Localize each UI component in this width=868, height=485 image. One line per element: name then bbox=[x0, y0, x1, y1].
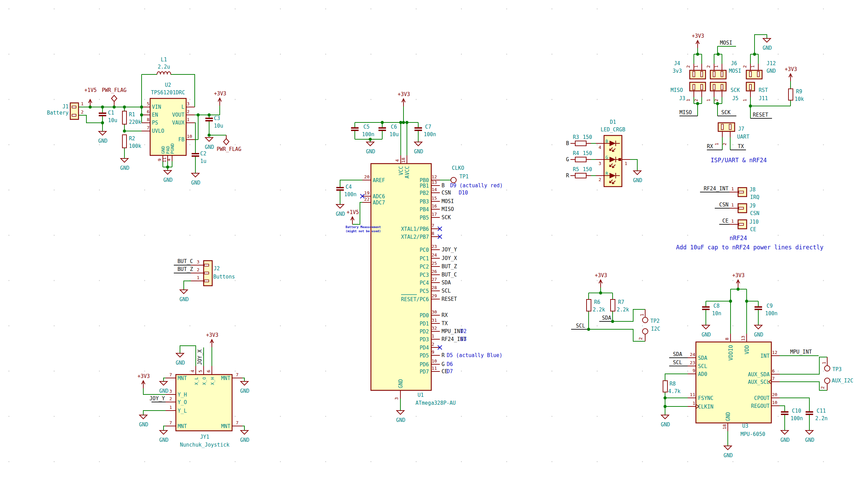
gnd-label: GND bbox=[139, 422, 148, 428]
rotated-label: 8 bbox=[724, 338, 730, 340]
power-net-label: +3V3 bbox=[732, 272, 745, 279]
l1-value: 2.2u bbox=[158, 64, 170, 70]
gnd-label: GND bbox=[366, 149, 375, 155]
rotated-label: 1 bbox=[706, 99, 711, 102]
j3-value: MISO bbox=[671, 87, 683, 93]
pin-number: 7 bbox=[772, 376, 775, 381]
pin-number: 1 bbox=[731, 218, 734, 224]
pin-number: 10 bbox=[772, 400, 777, 405]
pin-number: 16 bbox=[432, 203, 437, 209]
pin-name: AD0 bbox=[698, 371, 707, 377]
net-label: MOSI bbox=[442, 198, 454, 204]
pin-number: 2 bbox=[432, 342, 434, 347]
pin-name: PB5 bbox=[420, 215, 429, 221]
pin-name: PC2 bbox=[420, 264, 429, 270]
jy1-mnt-name-bl: MNT bbox=[178, 423, 187, 429]
pin-number: 9 bbox=[692, 368, 695, 373]
gnd-label: GND bbox=[633, 177, 642, 184]
tp2-value: I2C bbox=[651, 326, 660, 332]
battery-note-1: Battery Measurement bbox=[346, 225, 381, 229]
r9-ref: R9 bbox=[796, 88, 802, 95]
note-label: D5 (actually Blue) bbox=[447, 352, 503, 358]
connector-value: IRQ bbox=[750, 194, 759, 200]
junction-dot bbox=[696, 53, 699, 56]
junction-dot bbox=[749, 105, 752, 108]
pin-name: CPOUT bbox=[754, 395, 770, 401]
rotated-label: 2 bbox=[694, 99, 699, 102]
j4-body bbox=[690, 70, 706, 79]
pin-number: 20 bbox=[364, 174, 370, 179]
tp2-ref: TP2 bbox=[650, 318, 660, 324]
c2-ref: C2 bbox=[200, 151, 206, 157]
net-label: BUT_C bbox=[442, 272, 457, 278]
net-label: G bbox=[442, 361, 445, 367]
u2-vaux-num: 1 bbox=[187, 117, 190, 122]
pin-number: 14 bbox=[432, 187, 437, 192]
led-channel-letter: B bbox=[605, 139, 608, 144]
net-label: RX bbox=[442, 312, 448, 318]
c3-value: 10u bbox=[214, 123, 223, 129]
gnd-label: GND bbox=[120, 165, 129, 171]
c6-ref: C6 bbox=[391, 124, 397, 130]
junction-dot bbox=[406, 121, 409, 124]
rotated-label: GND bbox=[398, 379, 404, 388]
rotated-label: 2 bbox=[714, 99, 719, 102]
j7-value: UART bbox=[737, 134, 749, 140]
r7-ref: R7 bbox=[618, 299, 624, 305]
jy1-mnt-name-br: MNT bbox=[221, 423, 230, 429]
j5-ref: J5 bbox=[732, 95, 738, 102]
u2-vaux-name: VAUX bbox=[172, 120, 184, 126]
rotated-label: PGND bbox=[170, 143, 175, 154]
note-label: D7 bbox=[447, 368, 453, 375]
pin-name: ADC7 bbox=[373, 200, 385, 206]
pwr-flag-label-2: PWR_FLAG bbox=[217, 146, 241, 152]
pin-name: INT bbox=[760, 353, 770, 359]
jy1-yo-name: Y_O bbox=[178, 399, 187, 405]
junction-dot bbox=[611, 320, 614, 323]
net-label: R bbox=[442, 352, 445, 358]
rotated-label: 18 bbox=[722, 424, 727, 429]
gnd-label: GND bbox=[163, 177, 172, 183]
note-label: D6 bbox=[447, 361, 453, 367]
pin-number: 10 bbox=[432, 358, 437, 364]
c1-value: 10u bbox=[108, 117, 117, 123]
u2-ref: U2 bbox=[165, 82, 171, 88]
rotated-label: 1 bbox=[686, 99, 691, 102]
j1-body bbox=[70, 103, 79, 119]
joy-y-label: JOY_Y bbox=[149, 395, 165, 402]
junction-dot bbox=[123, 106, 126, 109]
j4-ref: J4 bbox=[674, 60, 680, 67]
junction-dot bbox=[369, 138, 372, 141]
j1-ref: J1 bbox=[62, 104, 69, 110]
r7-value: 2.2k bbox=[617, 307, 629, 313]
miso-label: MISO bbox=[679, 109, 692, 116]
power-net-label: +3V3 bbox=[595, 272, 607, 279]
pin-number: 7 bbox=[432, 223, 434, 228]
resistor-ref: R4 bbox=[573, 150, 579, 156]
c6-value: 10u bbox=[389, 131, 399, 138]
but-c-label: BUT_C bbox=[178, 258, 193, 264]
jy1-yh-num: 3 bbox=[169, 389, 172, 394]
gnd-label: GND bbox=[414, 149, 423, 155]
pin-name: PD3 bbox=[420, 336, 429, 343]
pin-name: PC3 bbox=[420, 272, 429, 278]
pin-number: 2 bbox=[599, 177, 601, 182]
junction-dot bbox=[381, 121, 384, 124]
rotated-label: 6 bbox=[206, 370, 211, 372]
pin-number: 11 bbox=[690, 392, 695, 397]
j7-body bbox=[718, 123, 735, 131]
gnd-label: GND bbox=[240, 388, 249, 394]
c2-value: 1u bbox=[200, 158, 206, 164]
net-label: G bbox=[566, 156, 569, 163]
u2-l-name: L bbox=[181, 104, 184, 110]
rotated-label: 1 bbox=[714, 65, 719, 68]
net-label: JOY_Y bbox=[442, 247, 457, 253]
power-net-label: +3V3 bbox=[692, 33, 704, 39]
power-net-label: +3V3 bbox=[398, 91, 410, 97]
jy1-mnt-num-tr: 7 bbox=[236, 372, 239, 377]
pin-number: 22 bbox=[364, 197, 370, 202]
net-label: SCK bbox=[442, 214, 451, 221]
gnd-label: GND bbox=[701, 332, 711, 338]
net-label: MPU_INT bbox=[790, 349, 812, 355]
pin-name: PD7 bbox=[420, 369, 429, 375]
